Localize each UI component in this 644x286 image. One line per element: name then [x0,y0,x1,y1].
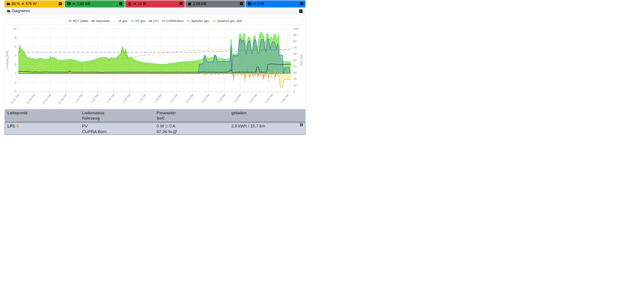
svg-text:2:29 PM: 2:29 PM [264,93,274,103]
svg-text:Leistung [kW]: Leistung [kW] [5,50,9,69]
svg-text:1:19 PM: 1:19 PM [106,93,115,103]
svg-text:10: 10 [293,83,297,87]
svg-text:6: 6 [15,45,16,48]
svg-text:12:44 PM: 12:44 PM [26,93,36,105]
svg-text:1:12 PM: 1:12 PM [90,93,99,103]
svg-text:20: 20 [293,77,297,81]
svg-text:40: 40 [293,64,297,68]
svg-text:2:08 PM: 2:08 PM [217,93,226,103]
svg-text:-4: -4 [14,90,16,93]
svg-text:1:54 PM: 1:54 PM [185,93,194,103]
svg-text:50: 50 [293,58,297,62]
svg-text:1:47 PM: 1:47 PM [169,93,178,103]
svg-text:2: 2 [15,62,16,66]
svg-text:1:40 PM: 1:40 PM [154,93,163,103]
svg-text:SoC [%]: SoC [%] [300,54,303,66]
svg-text:80: 80 [293,39,297,43]
svg-text:8: 8 [15,36,16,39]
svg-text:70: 70 [293,46,297,49]
svg-text:2:22 PM: 2:22 PM [248,93,258,103]
svg-text:0: 0 [15,72,16,75]
svg-text:60: 60 [293,52,297,55]
svg-text:1:05 PM: 1:05 PM [74,93,84,103]
svg-text:10: 10 [13,27,16,30]
svg-text:12:51 PM: 12:51 PM [42,93,52,105]
svg-text:0: 0 [293,90,295,93]
svg-text:2:15 PM: 2:15 PM [233,93,242,103]
svg-text:12:58 PM: 12:58 PM [57,93,68,105]
svg-text:2:36 PM: 2:36 PM [280,93,290,103]
svg-text:30: 30 [293,71,297,74]
svg-text:-2: -2 [14,81,16,84]
svg-text:1:26 PM: 1:26 PM [122,93,131,103]
svg-text:100: 100 [293,27,298,30]
svg-text:12:37 PM: 12:37 PM [10,93,20,105]
svg-text:4: 4 [15,54,16,57]
svg-text:1:33 PM: 1:33 PM [138,93,147,103]
svg-text:90: 90 [293,33,297,37]
svg-text:2:01 PM: 2:01 PM [201,93,210,103]
